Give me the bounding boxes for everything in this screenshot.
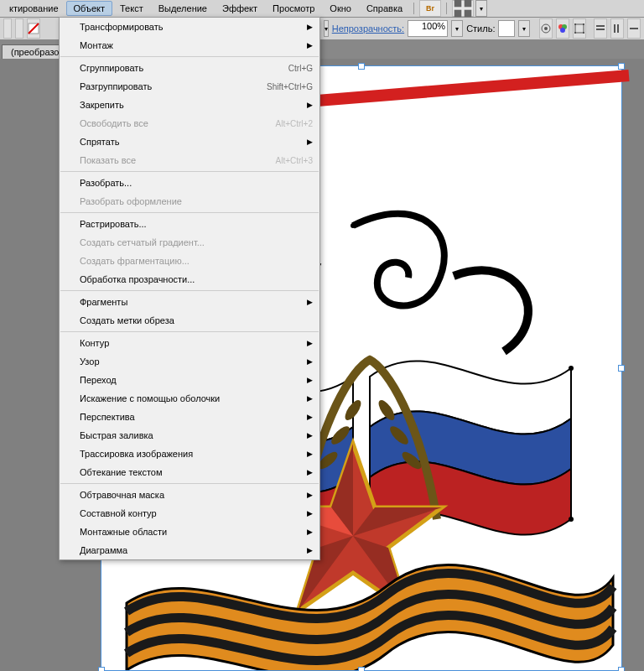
menu-item[interactable]: Быстрая заливка▶ (60, 426, 319, 445)
menu-item-label: Создать сетчатый градиент... (80, 237, 313, 247)
submenu-arrow-icon: ▶ (307, 431, 313, 440)
dropdown-arrow[interactable]: ▾ (324, 20, 329, 37)
menu-item[interactable]: Перспектива▶ (60, 408, 319, 426)
menu-item[interactable]: Фрагменты▶ (60, 293, 319, 311)
menu-edit[interactable]: ктирование (2, 1, 66, 16)
menu-item-label: Разгруппировать (80, 81, 267, 91)
menu-item[interactable]: Искажение с помощью оболочки▶ (60, 389, 319, 408)
menu-select[interactable]: Выделение (151, 1, 215, 16)
style-label: Стиль: (466, 23, 495, 34)
menu-item-label: Трансформировать (80, 22, 313, 32)
selection-handle[interactable] (618, 667, 625, 671)
menu-item-label: Монтажные области (80, 527, 313, 537)
menu-text[interactable]: Текст (112, 1, 151, 16)
menu-item-shortcut: Alt+Ctrl+3 (276, 156, 313, 165)
menu-item-label: Спрятать (80, 137, 313, 147)
selection-handle[interactable] (618, 365, 625, 372)
menu-item[interactable]: Разобрать... (60, 174, 319, 192)
submenu-arrow-icon: ▶ (307, 546, 313, 554)
submenu-arrow-icon: ▶ (307, 23, 313, 31)
menu-item-label: Диаграмма (80, 545, 313, 555)
toolbar-button[interactable] (3, 18, 12, 39)
menu-item[interactable]: Диаграмма▶ (60, 541, 319, 559)
svg-rect-18 (614, 24, 615, 33)
menu-item[interactable]: Обтравочная маска▶ (60, 486, 319, 504)
menu-item[interactable]: Спрятать▶ (60, 133, 319, 151)
svg-rect-3 (465, 10, 472, 18)
submenu-arrow-icon: ▶ (307, 298, 313, 306)
menu-effect[interactable]: Эффект (215, 1, 265, 16)
bridge-button[interactable]: Br (419, 0, 441, 17)
menu-item-label: Разобрать оформление (80, 196, 313, 206)
toolbar-no-fill-icon[interactable] (27, 18, 40, 39)
doc-setup-icon[interactable] (539, 18, 553, 39)
svg-rect-0 (454, 0, 462, 7)
svg-rect-17 (596, 29, 605, 30)
align-icon[interactable] (610, 18, 624, 39)
separator (413, 3, 414, 14)
menu-item[interactable]: Узор▶ (60, 352, 319, 371)
submenu-arrow-icon: ▶ (307, 138, 313, 146)
svg-rect-11 (575, 24, 584, 33)
menu-window[interactable]: Окно (322, 1, 359, 16)
menu-separator (60, 56, 319, 57)
arrange-docs-dropdown[interactable]: ▾ (475, 0, 487, 17)
svg-point-10 (560, 28, 565, 33)
menu-item-label: Переход (80, 375, 313, 385)
recolor-icon[interactable] (556, 18, 569, 39)
menu-object[interactable]: Объект (66, 1, 112, 16)
svg-point-7 (544, 27, 548, 30)
align-icon[interactable] (594, 18, 607, 39)
menu-item-shortcut: Shift+Ctrl+G (267, 82, 313, 91)
align-icon[interactable] (627, 18, 641, 39)
menu-item[interactable]: Растрировать... (60, 215, 319, 233)
menu-item-label: Быстрая заливка (80, 430, 313, 440)
svg-rect-1 (465, 0, 472, 7)
menu-separator (60, 290, 319, 291)
menu-item[interactable]: Обработка прозрачности... (60, 270, 319, 289)
menu-item: Показать всеAlt+Ctrl+3 (60, 151, 319, 169)
transform-panel-icon[interactable] (573, 18, 586, 39)
menu-help[interactable]: Справка (359, 1, 410, 16)
toolbar-button[interactable] (15, 18, 23, 39)
submenu-arrow-icon: ▶ (307, 509, 313, 518)
selection-handle[interactable] (618, 63, 625, 70)
submenu-arrow-icon: ▶ (307, 357, 313, 366)
selection-handle[interactable] (358, 63, 365, 70)
svg-rect-16 (596, 25, 605, 27)
menu-item[interactable]: Контур▶ (60, 334, 319, 352)
submenu-arrow-icon: ▶ (307, 528, 313, 536)
menu-item-label: Сгруппировать (80, 63, 288, 73)
menu-item-label: Создать метки обреза (80, 315, 313, 325)
menu-item-label: Монтаж (80, 40, 313, 50)
menu-item[interactable]: Переход▶ (60, 371, 319, 389)
menu-item-label: Разобрать... (80, 178, 313, 188)
opacity-dropdown[interactable]: ▾ (451, 20, 463, 37)
menu-item-shortcut: Ctrl+G (288, 64, 313, 73)
submenu-arrow-icon: ▶ (307, 339, 313, 347)
menu-item: Создать сетчатый градиент... (60, 233, 319, 252)
opacity-label[interactable]: Непрозрачность: (332, 23, 404, 34)
menu-view[interactable]: Просмотр (265, 1, 322, 16)
menu-item[interactable]: Монтажные области▶ (60, 523, 319, 541)
menu-item-label: Фрагменты (80, 297, 313, 307)
opacity-input[interactable]: 100% (408, 20, 448, 37)
menu-item[interactable]: Обтекание текстом▶ (60, 463, 319, 481)
selection-handle[interactable] (98, 667, 105, 671)
style-swatch[interactable] (498, 20, 515, 37)
menubar: ктирование Объект Текст Выделение Эффект… (0, 0, 644, 18)
arrange-docs-button[interactable] (452, 0, 474, 17)
menu-item[interactable]: Трассировка изображения▶ (60, 445, 319, 463)
menu-item[interactable]: СгруппироватьCtrl+G (60, 59, 319, 77)
menu-item[interactable]: Монтаж▶ (60, 36, 319, 55)
menu-item[interactable]: РазгруппироватьShift+Ctrl+G (60, 77, 319, 96)
submenu-arrow-icon: ▶ (307, 376, 313, 384)
menu-item-shortcut: Alt+Ctrl+2 (276, 119, 313, 128)
selection-handle[interactable] (358, 667, 365, 671)
menu-item[interactable]: Создать метки обреза (60, 311, 319, 330)
menu-item[interactable]: Составной контур▶ (60, 504, 319, 523)
style-dropdown[interactable]: ▾ (518, 20, 530, 37)
menu-item[interactable]: Трансформировать▶ (60, 18, 319, 36)
menu-item[interactable]: Закрепить▶ (60, 96, 319, 114)
menu-item-label: Искажение с помощью оболочки (80, 393, 313, 403)
